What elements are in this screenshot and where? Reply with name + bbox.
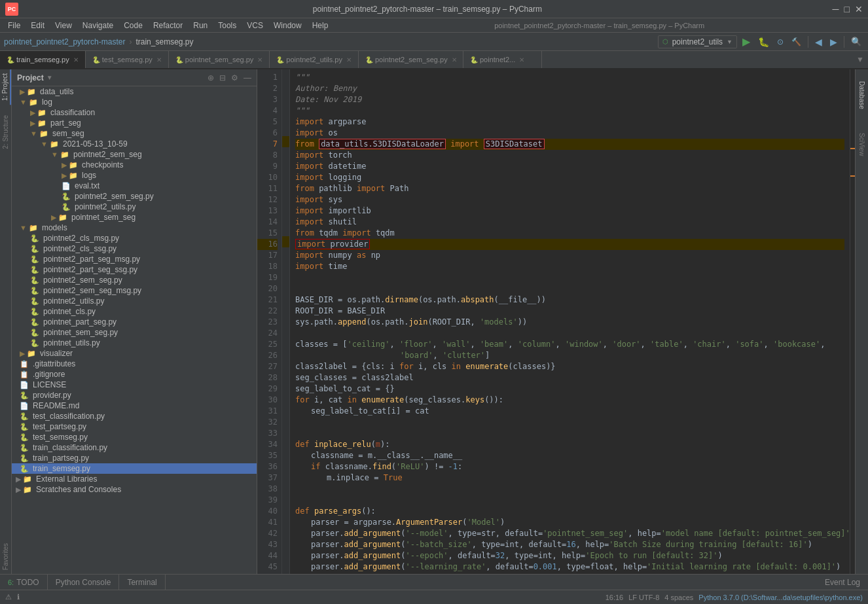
tree-item-p2sem-msg[interactable]: 🐍 pointnet2_sem_seg_msg.py (12, 285, 257, 296)
tree-item-classification[interactable]: ▶ 📁 classification (12, 107, 257, 118)
tab-pointnet2-utils[interactable]: 🐍 pointnet2_utils.py ✕ (270, 51, 359, 68)
tree-item-gitignore[interactable]: 📋 .gitignore (12, 369, 257, 380)
tree-item-pss-folder[interactable]: ▶ 📁 pointnet_sem_seg (12, 212, 257, 222)
run-button[interactable]: ▶ (740, 34, 753, 49)
line-num-9: 9 (257, 161, 278, 172)
run-config-dropdown[interactable]: ⬡ pointnet2_utils ▼ (658, 35, 737, 48)
tree-item-log[interactable]: ▼ 📁 log (12, 97, 257, 107)
btab-terminal[interactable]: Terminal (119, 575, 165, 590)
minimize-panel-icon[interactable]: — (244, 73, 251, 82)
forward-button[interactable]: ▶ (827, 35, 840, 48)
tree-item-models[interactable]: ▼ 📁 models (12, 222, 257, 233)
menu-help[interactable]: Help (307, 20, 334, 31)
event-log-button[interactable]: Event Log (817, 575, 868, 590)
tree-item-test-partseg[interactable]: 🐍 test_partseg.py (12, 421, 257, 432)
tree-item-p-cls[interactable]: 🐍 pointnet_cls.py (12, 306, 257, 317)
tab-close-4[interactable]: ✕ (452, 56, 457, 63)
sidebar-sciview-tab[interactable]: SciView (857, 128, 867, 161)
tree-item-gitattributes[interactable]: 📋 .gitattributes (12, 359, 257, 369)
tree-item-p-sem[interactable]: 🐍 pointnet_sem_seg.py (12, 327, 257, 338)
tree-item-p2ss-py[interactable]: 🐍 pointnet2_sem_seg.py (12, 191, 257, 202)
tree-item-p2cls-msg[interactable]: 🐍 pointnet2_cls_msg.py (12, 233, 257, 243)
tab-close-5[interactable]: ✕ (519, 56, 524, 63)
tree-item-part-seg[interactable]: ▶ 📁 part_seg (12, 118, 257, 128)
menu-window[interactable]: Window (268, 20, 307, 31)
code-content[interactable]: """ Author: Benny Date: Nov 2019 """ imp… (290, 69, 850, 574)
breadcrumb-project[interactable]: pointnet_pointnet2_pytorch-master (4, 37, 125, 46)
tree-item-p-utils[interactable]: 🐍 pointnet_utils.py (12, 338, 257, 348)
tree-label-gitattr: .gitattributes (33, 359, 75, 368)
tab-close-0[interactable]: ✕ (73, 56, 79, 63)
menu-edit[interactable]: Edit (26, 20, 50, 31)
breadcrumb-file[interactable]: train_semseg.py (136, 37, 193, 46)
tree-item-sem-seg[interactable]: ▼ 📁 sem_seg (12, 128, 257, 139)
tree-item-eval[interactable]: 📄 eval.txt (12, 181, 257, 191)
tree-item-train-cls[interactable]: 🐍 train_classification.py (12, 442, 257, 453)
minimize-button[interactable]: ─ (833, 4, 839, 14)
tab-test-semseg[interactable]: 🐍 test_semseg.py ✕ (86, 51, 169, 68)
menu-code[interactable]: Code (118, 20, 148, 31)
sidebar-favorites-tab[interactable]: Favorites (1, 539, 10, 574)
tree-item-p2cls-ssg[interactable]: 🐍 pointnet2_cls_ssg.py (12, 243, 257, 254)
tree-item-test-semseg[interactable]: 🐍 test_semseg.py (12, 432, 257, 442)
settings-icon[interactable]: ⚙ (231, 73, 238, 82)
btab-python-console[interactable]: Python Console (48, 575, 120, 590)
editor[interactable]: 1 2 3 4 5 6 7 8 9 10 11 12 13 14 15 16 1 (257, 69, 855, 574)
tree-item-license[interactable]: 📄 LICENSE (12, 380, 257, 390)
tree-label-p2sem-py: pointnet2_sem_seg.py (43, 275, 122, 285)
collapse-icon[interactable]: ⊟ (219, 73, 226, 82)
menu-navigate[interactable]: Navigate (77, 20, 118, 31)
tree-item-train-semseg[interactable]: 🐍 train_semseg.py (12, 463, 257, 474)
close-button[interactable]: ✕ (855, 4, 863, 14)
tab-pointnet2-sem-seg[interactable]: 🐍 pointnet2_sem_seg.py ✕ (359, 51, 463, 68)
tree-item-provider[interactable]: 🐍 provider.py (12, 390, 257, 400)
menu-vcs[interactable]: VCS (242, 20, 268, 31)
btab-todo[interactable]: 6: TODO (0, 575, 48, 590)
tab-train-semseg[interactable]: 🐍 train_semseg.py ✕ (0, 51, 86, 68)
tab-close-3[interactable]: ✕ (346, 56, 352, 63)
tree-item-p2part-msg[interactable]: 🐍 pointnet2_part_seg_msg.py (12, 254, 257, 264)
menu-refactor[interactable]: Refactor (148, 20, 188, 31)
tree-item-p-part[interactable]: 🐍 pointnet_part_seg.py (12, 317, 257, 327)
sidebar-project-tab[interactable]: 1: Project (0, 69, 11, 105)
menu-file[interactable]: File (3, 20, 26, 31)
sidebar-structure-tab[interactable]: 2: Structure (1, 111, 10, 153)
tree-item-ext-libs[interactable]: ▶ 📁 External Libraries (12, 474, 257, 484)
tab-close-1[interactable]: ✕ (156, 56, 162, 63)
coverage-button[interactable]: ⊙ (774, 36, 786, 48)
menu-run[interactable]: Run (188, 20, 213, 31)
tree-item-readme[interactable]: 📄 README.md (12, 400, 257, 411)
build-button[interactable]: 🔨 (789, 36, 804, 48)
tab-overflow-button[interactable]: ▼ (852, 51, 868, 68)
back-button[interactable]: ◀ (812, 35, 825, 48)
menu-view[interactable]: View (50, 20, 77, 31)
tree-item-p2sem-py[interactable]: 🐍 pointnet2_sem_seg.py (12, 275, 257, 285)
tree-item-data-utils[interactable]: ▶ 📁 data_utils (12, 86, 257, 97)
search-everywhere-button[interactable]: 🔍 (848, 35, 864, 48)
tree-item-checkpoints[interactable]: ▶ 📁 checkpoints (12, 160, 257, 170)
tree-item-logs[interactable]: ▶ 📁 logs (12, 170, 257, 181)
locate-file-icon[interactable]: ⊕ (208, 73, 214, 82)
tab-close-2[interactable]: ✕ (257, 56, 262, 63)
py-icon-p2part-ssg: 🐍 (30, 266, 39, 274)
code-line-1: """ (295, 72, 844, 83)
project-dropdown-icon[interactable]: ▼ (46, 74, 53, 81)
tab-pointnet2-more[interactable]: 🐍 pointnet2... ✕ (463, 51, 542, 68)
maximize-button[interactable]: □ (844, 4, 850, 14)
debug-button[interactable]: 🐛 (755, 35, 772, 48)
line-num-7: 7 (257, 139, 278, 150)
tree-item-p2utils-py[interactable]: 🐍 pointnet2_utils.py (12, 202, 257, 212)
tree-item-visualizer[interactable]: ▶ 📁 visualizer (12, 348, 257, 359)
tree-item-p2utils[interactable]: 🐍 pointnet2_utils.py (12, 296, 257, 306)
editor-scrollbar[interactable] (850, 69, 855, 574)
tree-item-test-cls[interactable]: 🐍 test_classification.py (12, 411, 257, 421)
sidebar-database-tab[interactable]: Database (857, 76, 867, 115)
tree-item-date-folder[interactable]: ▼ 📁 2021-05-13_10-59 (12, 139, 257, 149)
tree-item-scratches[interactable]: ▶ 📁 Scratches and Consoles (12, 484, 257, 495)
tree-item-train-partseg[interactable]: 🐍 train_partseg.py (12, 453, 257, 463)
tree-item-p2part-ssg[interactable]: 🐍 pointnet2_part_seg_ssg.py (12, 264, 257, 275)
left-sidebar: 1: Project 2: Structure Favorites (0, 69, 12, 574)
tree-item-pointnet2-sem-seg-folder[interactable]: ▼ 📁 pointnet2_sem_seg (12, 149, 257, 160)
menu-tools[interactable]: Tools (213, 20, 242, 31)
tab-pointnet-sem-seg[interactable]: 🐍 pointnet_sem_seg.py ✕ (169, 51, 270, 68)
